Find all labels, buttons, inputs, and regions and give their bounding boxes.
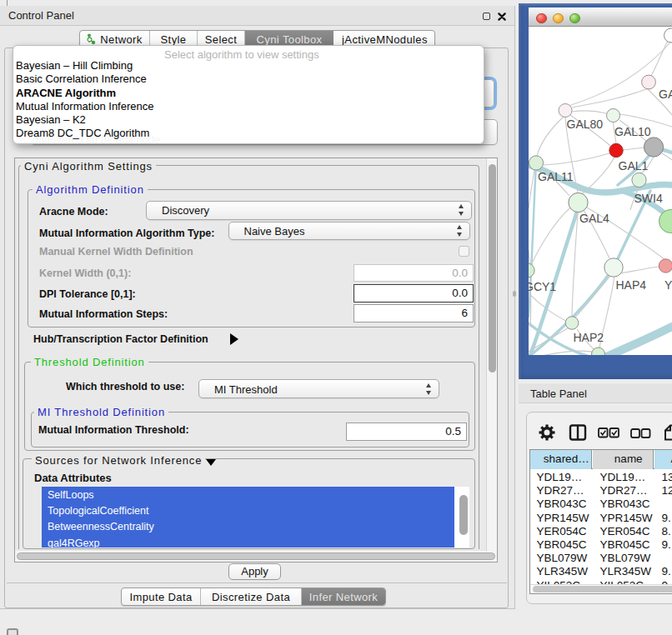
svg-text:HAP4: HAP4 — [616, 278, 647, 292]
svg-text:GAL1: GAL1 — [619, 159, 649, 172]
svg-text:GAL10: GAL10 — [614, 125, 651, 138]
svg-text:YM: YM — [664, 278, 672, 292]
svg-text:GAL80: GAL80 — [567, 118, 604, 131]
svg-text:GCY1: GCY1 — [529, 280, 556, 293]
svg-text:HAP2: HAP2 — [574, 331, 604, 344]
svg-text:GAL4: GAL4 — [579, 212, 609, 225]
svg-text:GAL2: GAL2 — [659, 88, 672, 101]
svg-text:SWI4: SWI4 — [634, 192, 663, 205]
svg-text:GAL11: GAL11 — [538, 170, 574, 183]
